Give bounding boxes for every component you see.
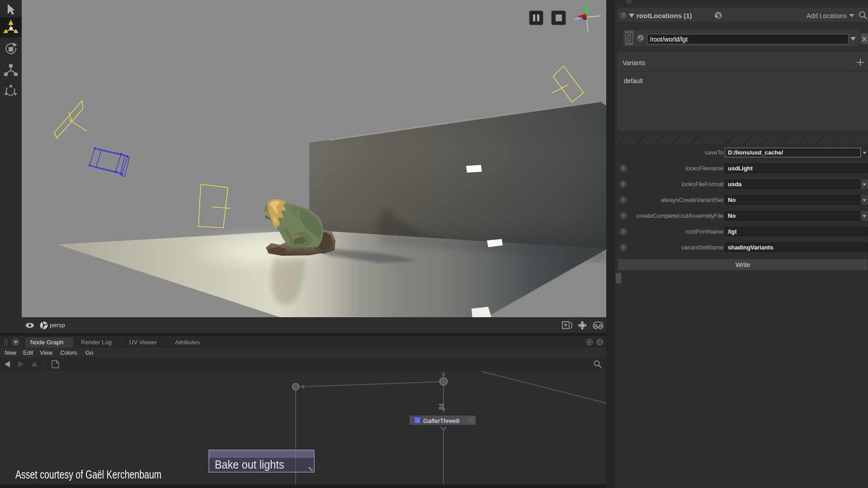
svg-text:?: ?: [622, 182, 624, 187]
svg-text:?: ?: [622, 230, 624, 234]
svg-text:?: ?: [622, 198, 624, 202]
svg-text:?: ?: [622, 214, 624, 218]
svg-text:?: ?: [622, 245, 624, 250]
svg-text:?: ?: [622, 13, 625, 18]
svg-text:?: ?: [622, 166, 624, 171]
